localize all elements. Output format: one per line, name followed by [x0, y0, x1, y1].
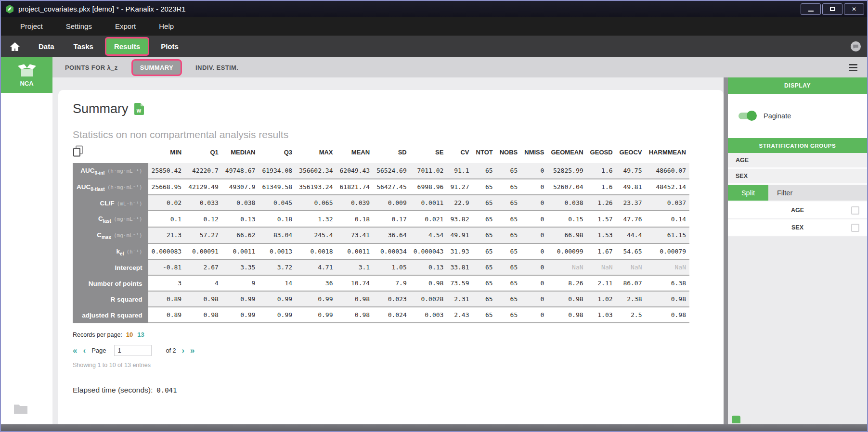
first-page-button[interactable]: «	[73, 346, 77, 355]
feedback-icon[interactable]	[850, 41, 861, 54]
table-row: Cmax(mg·mL⁻¹)21.357.2766.6283.04245.473.…	[73, 228, 689, 244]
table-row: AUC0-inf(h·mg·mL⁻¹)25850.4242220.749748.…	[73, 163, 689, 179]
records-per-page-label: Records per page:	[73, 331, 122, 338]
table-cell: 9	[222, 276, 259, 292]
page-subtitle: Statistics on non compartmental analysis…	[73, 129, 724, 140]
word-export-icon[interactable]: w	[134, 103, 144, 115]
table-cell: 0.009	[373, 195, 410, 211]
table-cell: 65	[496, 244, 521, 260]
table-cell: 93.82	[447, 211, 472, 228]
stratification-group-sex[interactable]: SEX	[728, 169, 867, 185]
menu-project[interactable]: Project	[9, 17, 54, 36]
split-checkbox-sex[interactable]	[851, 224, 859, 232]
table-cell: 49748.67	[222, 163, 259, 179]
table-cell: 47.76	[616, 211, 646, 228]
table-cell: 65	[473, 260, 496, 276]
stratification-group-age[interactable]: AGE	[728, 153, 867, 169]
table-row: CL/F(mL·h⁻¹)0.020.0330.0380.0450.0650.03…	[73, 195, 689, 211]
page-input[interactable]	[114, 345, 152, 356]
table-cell: 0	[521, 195, 547, 211]
table-cell: 0.0028	[410, 292, 447, 307]
menu-help[interactable]: Help	[147, 17, 185, 36]
tab-results[interactable]: Results	[105, 37, 149, 56]
minimize-button[interactable]	[801, 3, 821, 15]
row-unit: (mg·mL⁻¹)	[114, 216, 143, 222]
window-title: project_covariates.pkx [demo] * - PKanal…	[18, 5, 186, 13]
table-cell: 0.89	[148, 307, 185, 323]
table-cell: 0.99	[259, 307, 296, 323]
table-cell: 25668.95	[148, 179, 185, 196]
subtab-indiv-estim-[interactable]: INDIV. ESTIM.	[188, 64, 246, 71]
split-checkbox-age[interactable]	[851, 206, 859, 215]
table-cell: 0.12	[185, 211, 222, 228]
table-cell: 49.81	[616, 179, 646, 196]
table-cell: 49307.9	[222, 179, 259, 196]
tab-tasks[interactable]: Tasks	[64, 36, 103, 57]
table-cell: 0.0018	[296, 244, 336, 260]
table-cell: 25850.42	[148, 163, 185, 179]
table-cell: 54.65	[616, 244, 646, 260]
table-cell: 1.6	[587, 163, 616, 179]
split-item-sex: SEX	[728, 219, 867, 237]
column-header-nmiss: NMISS	[521, 142, 547, 163]
app-window: project_covariates.pkx [demo] * - PKanal…	[0, 0, 868, 432]
table-cell: 1.67	[587, 244, 616, 260]
column-header-max: MAX	[296, 142, 336, 163]
table-cell: 7.9	[373, 276, 410, 292]
copy-table-icon[interactable]	[73, 142, 148, 163]
split-tab[interactable]: Split	[728, 185, 768, 201]
table-cell: 86.07	[616, 276, 646, 292]
table-cell: 0.00034	[373, 244, 410, 260]
subtab-summary[interactable]: SUMMARY	[131, 59, 182, 76]
row-label: R squared	[73, 292, 148, 307]
elapsed-time-label: Elapsed time (seconds):	[73, 386, 153, 394]
table-cell: 62049.43	[337, 163, 374, 179]
last-page-button[interactable]: »	[190, 346, 194, 355]
table-row: Clast(mg·mL⁻¹)0.10.120.130.181.320.180.1…	[73, 211, 689, 228]
table-cell: 1.05	[373, 260, 410, 276]
table-cell: 65	[473, 195, 496, 211]
column-header-geocv: GEOCV	[616, 142, 646, 163]
records-option-10[interactable]: 10	[126, 331, 133, 338]
paginate-toggle[interactable]	[738, 113, 756, 119]
close-button[interactable]: ✕	[844, 3, 864, 15]
home-icon	[10, 42, 20, 51]
subtab-points-for-z[interactable]: POINTS FOR λ_z	[57, 64, 126, 71]
table-cell: 0.039	[337, 195, 374, 211]
folder-icon[interactable]	[13, 403, 28, 417]
table-cell: 3	[148, 276, 185, 292]
filter-tab[interactable]: Filter	[768, 185, 867, 201]
table-cell: 0.0013	[259, 244, 296, 260]
home-button[interactable]	[1, 36, 29, 57]
records-option-13[interactable]: 13	[137, 331, 144, 338]
display-panel: Paginate	[728, 94, 867, 138]
column-header-median: MEDIAN	[222, 142, 259, 163]
table-cell: 0.98	[547, 307, 586, 323]
table-cell: 8.26	[547, 276, 586, 292]
table-cell: 0.18	[259, 211, 296, 228]
maximize-button[interactable]	[822, 3, 842, 15]
row-unit: (h⁻¹)	[126, 249, 142, 255]
sidebar-item-nca[interactable]: NCA	[1, 57, 52, 93]
table-cell: NaN	[547, 260, 586, 276]
column-header-mean: MEAN	[337, 142, 374, 163]
table-cell: 0.000043	[410, 244, 447, 260]
table-cell: 0.02	[148, 195, 185, 211]
tab-plots[interactable]: Plots	[151, 36, 188, 57]
table-cell: 83.04	[259, 228, 296, 244]
table-cell: 1.03	[587, 307, 616, 323]
table-cell: 56427.45	[373, 179, 410, 196]
menu-icon[interactable]	[849, 64, 857, 71]
tab-data[interactable]: Data	[29, 36, 64, 57]
table-cell: 0	[521, 163, 547, 179]
menu-export[interactable]: Export	[104, 17, 147, 36]
sidebar-scrollbar[interactable]	[724, 77, 728, 424]
menu-settings[interactable]: Settings	[54, 17, 104, 36]
table-cell: 0.024	[373, 307, 410, 323]
table-cell: 2.5	[616, 307, 646, 323]
prev-page-button[interactable]: ‹	[83, 346, 86, 355]
next-page-button[interactable]: ›	[181, 346, 184, 355]
table-cell: 65	[473, 307, 496, 323]
left-sidebar: NCA	[1, 57, 52, 424]
open-box-icon	[17, 64, 37, 78]
